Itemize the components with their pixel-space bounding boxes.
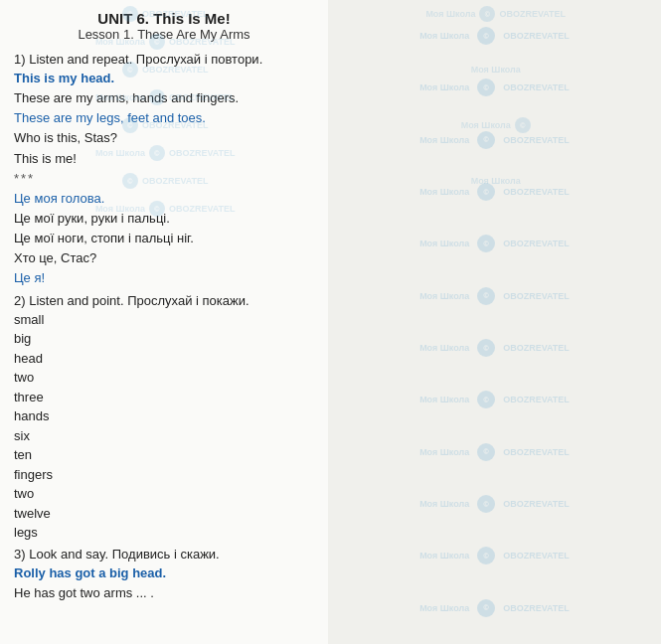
obozrevatel-text: OBOZREVATEL xyxy=(503,135,570,145)
obozrevatel-text: OBOZREVATEL xyxy=(503,82,570,92)
text-line: This is my head. xyxy=(14,69,314,88)
obozrevatel-text: OBOZREVATEL xyxy=(503,187,570,197)
moya-shkola-text: Моя Школа xyxy=(419,291,469,301)
text-line: Це моя голова. xyxy=(14,189,314,209)
obozrevatel-text: OBOZREVATEL xyxy=(503,395,570,404)
text-line: Це мої ноги, стопи і пальці ніг. xyxy=(14,229,314,248)
watermark-row: Моя Школа © OBOZREVATEL xyxy=(328,27,661,45)
watermark-row: Моя Школа © OBOZREVATEL xyxy=(328,235,661,252)
section1-heading: 1) Listen and repeat. Прослухай і повтор… xyxy=(14,52,314,67)
obozrevatel-text: OBOZREVATEL xyxy=(503,291,570,301)
obozrevatel-logo: © xyxy=(477,131,495,149)
obozrevatel-text: OBOZREVATEL xyxy=(503,343,570,353)
word-item: big xyxy=(14,329,314,349)
obozrevatel-logo: © xyxy=(477,235,495,252)
moya-shkola-text: Моя Школа xyxy=(419,603,469,613)
watermark-row: Моя Школа © OBOZREVATEL xyxy=(328,495,661,513)
section1-block: 1) Listen and repeat. Прослухай і повтор… xyxy=(14,52,314,289)
word-item: hands xyxy=(14,406,314,426)
text-line: This is me! xyxy=(14,149,314,169)
obozrevatel-logo: © xyxy=(477,287,495,305)
watermark-row: Моя Школа © OBOZREVATEL xyxy=(328,391,661,408)
moya-shkola-text: Моя Школа xyxy=(419,31,469,41)
word-item: two xyxy=(14,368,314,388)
obozrevatel-logo: © xyxy=(477,391,495,408)
text-line: He has got two arms ... . xyxy=(14,583,314,603)
left-panel: UNIT 6. This Is Me! Lesson 1. These Are … xyxy=(0,0,328,644)
lesson-title: Lesson 1. These Are My Arms xyxy=(14,27,314,42)
obozrevatel-text: OBOZREVATEL xyxy=(503,447,570,457)
right-panel: Моя Школа © OBOZREVATEL Моя Школа © OBOZ… xyxy=(328,0,661,644)
moya-shkola-text: Моя Школа xyxy=(419,82,469,92)
moya-shkola-text: Моя Школа xyxy=(419,187,469,197)
section3-heading: 3) Look and say. Подивись і скажи. xyxy=(14,547,314,562)
obozrevatel-logo: © xyxy=(477,599,495,617)
watermark-row: Моя Школа © OBOZREVATEL xyxy=(328,287,661,305)
right-watermarks: Моя Школа © OBOZREVATEL Моя Школа © OBOZ… xyxy=(328,0,661,644)
text-line: These are my legs, feet and toes. xyxy=(14,108,314,128)
unit-title: UNIT 6. This Is Me! xyxy=(14,10,314,27)
obozrevatel-text: OBOZREVATEL xyxy=(503,499,570,509)
section3-block: 3) Look and say. Подивись і скажи. Rolly… xyxy=(14,547,314,603)
watermark-row: Моя Школа © OBOZREVATEL xyxy=(328,547,661,564)
obozrevatel-text: OBOZREVATEL xyxy=(503,551,570,561)
obozrevatel-text: OBOZREVATEL xyxy=(503,31,570,41)
word-item: two xyxy=(14,484,314,504)
word-item: legs xyxy=(14,523,314,543)
obozrevatel-logo: © xyxy=(477,547,495,564)
word-item: head xyxy=(14,349,314,369)
obozrevatel-logo: © xyxy=(477,339,495,357)
obozrevatel-logo: © xyxy=(477,27,495,45)
moya-shkola-text: Моя Школа xyxy=(419,135,469,145)
obozrevatel-logo: © xyxy=(477,79,495,96)
watermark-row: Моя Школа © OBOZREVATEL xyxy=(328,339,661,357)
word-item: small xyxy=(14,310,314,330)
text-line: Хто це, Стас? xyxy=(14,248,314,268)
text-line: Це я! xyxy=(14,268,314,288)
word-item: fingers xyxy=(14,465,314,485)
moya-shkola-text: Моя Школа xyxy=(419,343,469,353)
obozrevatel-logo: © xyxy=(477,443,495,461)
obozrevatel-text: OBOZREVATEL xyxy=(503,239,570,248)
obozrevatel-logo: © xyxy=(477,495,495,513)
moya-shkola-text: Моя Школа xyxy=(419,395,469,404)
watermark-row: Моя Школа © OBOZREVATEL xyxy=(328,183,661,201)
watermark-row: Моя Школа © OBOZREVATEL xyxy=(328,443,661,461)
word-item: ten xyxy=(14,445,314,465)
text-line: These are my arms, hands and fingers. xyxy=(14,88,314,108)
watermark-row: Моя Школа © OBOZREVATEL xyxy=(328,131,661,149)
watermark-row: Моя Школа © OBOZREVATEL xyxy=(328,599,661,617)
word-item: six xyxy=(14,426,314,446)
word-list: small big head two three hands six ten f… xyxy=(14,310,314,543)
moya-shkola-text: Моя Школа xyxy=(419,447,469,457)
word-item: twelve xyxy=(14,504,314,524)
moya-shkola-text: Моя Школа xyxy=(419,239,469,248)
text-line: Це мої руки, руки і пальці. xyxy=(14,209,314,229)
text-line-stars: *** xyxy=(14,169,314,189)
obozrevatel-text: OBOZREVATEL xyxy=(503,603,570,613)
obozrevatel-logo: © xyxy=(477,183,495,201)
section2-heading: 2) Listen and point. Прослухай і покажи. xyxy=(14,293,314,308)
main-layout: UNIT 6. This Is Me! Lesson 1. These Are … xyxy=(0,0,661,644)
section2-block: 2) Listen and point. Прослухай і покажи.… xyxy=(14,293,314,543)
watermark-row: Моя Школа © OBOZREVATEL xyxy=(328,79,661,96)
word-item: three xyxy=(14,388,314,407)
moya-shkola-text: Моя Школа xyxy=(419,551,469,561)
unit-header: UNIT 6. This Is Me! Lesson 1. These Are … xyxy=(14,10,314,46)
text-line: Rolly has got a big head. xyxy=(14,564,314,583)
text-line: Who is this, Stas? xyxy=(14,128,314,148)
moya-shkola-text: Моя Школа xyxy=(419,499,469,509)
